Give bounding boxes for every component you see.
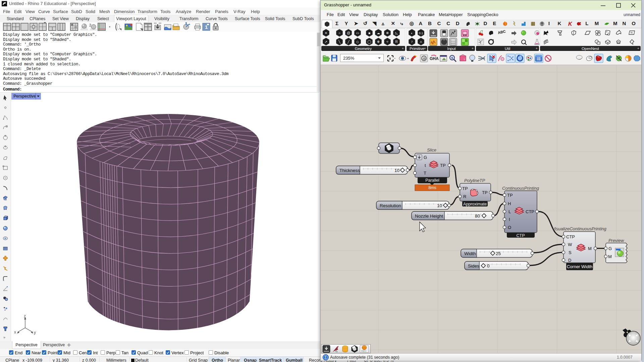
svg-text:@: @	[347, 31, 350, 35]
svg-text:❉: ❉	[377, 40, 380, 44]
svg-text:TP: TP	[440, 163, 446, 168]
svg-text:Geometry: Geometry	[355, 47, 372, 51]
svg-text:Preview: Preview	[608, 238, 625, 243]
svg-text:@: @	[423, 57, 426, 60]
svg-text:Approximate: Approximate	[463, 202, 487, 206]
svg-text:G: G	[608, 246, 612, 251]
svg-text:Resolution: Resolution	[380, 203, 401, 208]
svg-text:x: x	[14, 330, 16, 335]
svg-text:Util: Util	[505, 47, 511, 51]
svg-text:Slice: Slice	[427, 147, 436, 153]
svg-text:80: 80	[475, 214, 480, 219]
svg-text:◯: ◯	[367, 40, 371, 44]
svg-text:Parallel: Parallel	[425, 178, 439, 183]
svg-text:t: t	[425, 163, 426, 168]
svg-text:L: L	[508, 209, 511, 214]
svg-text:+: +	[424, 47, 426, 50]
svg-text:M: M	[588, 246, 592, 251]
svg-text:+: +	[536, 47, 538, 50]
svg-text:TP: TP	[462, 186, 468, 191]
svg-text:Nozzle Height: Nozzle Height	[415, 214, 443, 219]
svg-text:CTP: CTP	[517, 233, 525, 238]
svg-text:10: 10	[437, 203, 442, 208]
svg-text:REC: REC	[361, 350, 367, 353]
svg-text:❄: ❄	[386, 31, 389, 35]
svg-text:M: M	[608, 254, 612, 259]
svg-text:D: D	[568, 258, 571, 263]
svg-text:x: x	[389, 57, 391, 60]
svg-text:S: S	[569, 250, 572, 255]
svg-text:TP: TP	[482, 190, 488, 195]
svg-text:H: H	[508, 201, 511, 206]
svg-text:R: R	[463, 194, 466, 199]
svg-text:8ms: 8ms	[428, 185, 436, 190]
svg-text:▭: ▭	[356, 31, 359, 35]
svg-text:0: 0	[487, 263, 490, 268]
svg-text:➚: ➚	[325, 40, 327, 44]
svg-text:0.1: 0.1	[419, 32, 423, 35]
svg-text:25: 25	[496, 251, 501, 256]
svg-text:☁: ☁	[377, 31, 380, 35]
svg-text:»: »	[3, 335, 5, 339]
svg-text:TP: TP	[507, 193, 513, 198]
svg-text:7: 7	[411, 40, 413, 44]
svg-text:╱: ╱	[347, 40, 350, 44]
svg-text:✧: ✧	[386, 40, 389, 44]
svg-text:Primitive: Primitive	[410, 47, 424, 51]
svg-text:O: O	[508, 225, 511, 230]
svg-text:S: S	[451, 56, 453, 60]
svg-text:◇: ◇	[356, 40, 359, 44]
svg-text:R: R	[395, 40, 397, 44]
svg-text:I: I	[509, 217, 510, 222]
svg-text:+: +	[472, 47, 474, 50]
svg-text:Sides: Sides	[468, 263, 479, 268]
svg-text:ContinuousPrinting: ContinuousPrinting	[502, 186, 539, 191]
svg-text:?: ?	[464, 58, 465, 61]
svg-text:■: ■	[368, 31, 370, 35]
svg-text:2: 2	[89, 23, 91, 27]
svg-text:╲: ╲	[338, 40, 341, 44]
svg-text:○: ○	[338, 31, 340, 35]
svg-text:✕: ✕	[325, 31, 327, 35]
svg-text:fx: fx	[631, 31, 633, 34]
svg-text:GHA: GHA	[430, 56, 439, 61]
svg-text:+: +	[402, 47, 404, 50]
svg-text:K: K	[568, 21, 573, 27]
svg-text:T: T	[424, 171, 426, 176]
svg-text:Corner Width: Corner Width	[567, 264, 593, 269]
svg-text:VisualizeContinuousPrinting: VisualizeContinuousPrinting	[552, 226, 606, 231]
svg-text:y: y	[34, 330, 36, 335]
svg-text:PolylineTP: PolylineTP	[464, 178, 485, 183]
svg-text:CTP: CTP	[566, 234, 575, 239]
svg-text:◺: ◺	[395, 31, 398, 35]
svg-text:+: +	[637, 47, 639, 50]
svg-text:◐: ◐	[411, 32, 413, 35]
svg-text:G: G	[424, 155, 427, 160]
svg-text:A: A	[420, 40, 422, 44]
svg-text:10: 10	[394, 168, 399, 173]
svg-text:W: W	[568, 242, 572, 247]
svg-text:Width: Width	[464, 251, 476, 256]
svg-text:z: z	[24, 314, 26, 318]
svg-text:Thickness: Thickness	[339, 168, 360, 173]
svg-text:Input: Input	[447, 47, 456, 51]
svg-text:OpenNest: OpenNest	[582, 47, 599, 51]
svg-text:CTP: CTP	[526, 209, 534, 214]
